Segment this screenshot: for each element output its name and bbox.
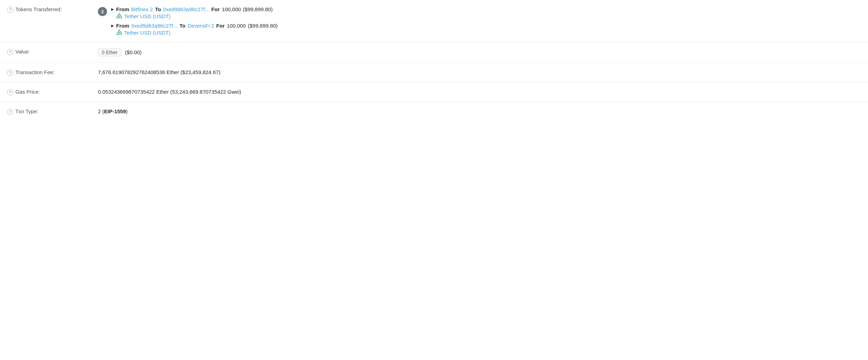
txn-type-end: ) bbox=[126, 108, 128, 114]
transfer-line-1: ▶ From Bitfinex 2 To 0xed9d63a96c27f... … bbox=[111, 6, 278, 12]
token-name-1[interactable]: Tether USD (USDT) bbox=[124, 13, 171, 19]
for-label-1: For bbox=[211, 6, 220, 12]
transfer-line-2: ▶ From 0xed9d63a96c27f... To DeversiFi 2… bbox=[111, 23, 278, 29]
from-label-2: From bbox=[116, 23, 129, 29]
for-amount-2: 100,000 bbox=[227, 23, 246, 29]
transaction-fee-label: ? Transaction Fee: bbox=[0, 63, 91, 82]
transfer-row-1: ▶ From Bitfinex 2 To 0xed9d63a96c27f... … bbox=[111, 6, 278, 19]
for-usd-1: ($99,899.80) bbox=[243, 6, 273, 12]
txn-type-eip: EIP-1559 bbox=[104, 108, 126, 114]
from-value-1[interactable]: Bitfinex 2 bbox=[131, 6, 153, 12]
value-row: ? Value: 0 Ether ($0.00) bbox=[0, 42, 868, 63]
tether-icon-1 bbox=[116, 13, 122, 19]
triangle-icon-2: ▶ bbox=[111, 24, 114, 28]
to-value-1[interactable]: 0xed9d63a96c27f... bbox=[163, 6, 209, 12]
tether-icon-2 bbox=[116, 29, 122, 36]
from-label-1: From bbox=[116, 6, 129, 12]
tokens-transferred-label: ? Tokens Transferred: bbox=[0, 0, 91, 42]
help-icon-tokens[interactable]: ? bbox=[7, 7, 13, 13]
for-amount-1: 100,000 bbox=[222, 6, 241, 12]
help-icon-value[interactable]: ? bbox=[7, 49, 13, 55]
triangle-icon-1: ▶ bbox=[111, 7, 114, 11]
value-usd: ($0.00) bbox=[125, 49, 142, 55]
value-value: 0 Ether ($0.00) bbox=[91, 42, 868, 63]
to-value-2[interactable]: DeversiFi 2 bbox=[188, 23, 214, 29]
value-label: ? Value: bbox=[0, 42, 91, 63]
txn-type-label: ? Txn Type: bbox=[0, 102, 91, 122]
ether-badge: 0 Ether bbox=[98, 49, 121, 56]
gas-price-row: ? Gas Price: 0.053243669870735422 Ether … bbox=[0, 82, 868, 102]
tokens-transferred-row: ? Tokens Transferred: 2 ▶ From Bitfinex … bbox=[0, 0, 868, 42]
help-icon-gas[interactable]: ? bbox=[7, 89, 13, 95]
for-usd-2: ($99,899.80) bbox=[248, 23, 278, 29]
transfers-list: ▶ From Bitfinex 2 To 0xed9d63a96c27f... … bbox=[111, 6, 278, 36]
transaction-fee-value: 7,676.619078292762408538 Ether ($23,459,… bbox=[91, 63, 868, 82]
tokens-transferred-value: 2 ▶ From Bitfinex 2 To 0xed9d63a96c27f..… bbox=[91, 0, 868, 42]
txn-type-number: 2 ( bbox=[98, 108, 104, 114]
token-label-2: Tether USD (USDT) bbox=[116, 29, 278, 36]
transaction-fee-row: ? Transaction Fee: 7,676.619078292762408… bbox=[0, 63, 868, 82]
help-icon-fee[interactable]: ? bbox=[7, 70, 13, 76]
txn-type-row: ? Txn Type: 2 (EIP-1559) bbox=[0, 102, 868, 122]
txn-type-value: 2 (EIP-1559) bbox=[91, 102, 868, 122]
from-value-2[interactable]: 0xed9d63a96c27f... bbox=[131, 23, 178, 29]
transfer-count-badge: 2 bbox=[98, 7, 107, 16]
token-name-2[interactable]: Tether USD (USDT) bbox=[124, 30, 171, 36]
token-label-1: Tether USD (USDT) bbox=[116, 13, 278, 19]
transfer-row-2: ▶ From 0xed9d63a96c27f... To DeversiFi 2… bbox=[111, 23, 278, 36]
gas-price-label: ? Gas Price: bbox=[0, 82, 91, 102]
to-label-2: To bbox=[179, 23, 185, 29]
help-icon-txn[interactable]: ? bbox=[7, 109, 13, 115]
gas-price-value: 0.053243669870735422 Ether (53,243,669.8… bbox=[91, 82, 868, 102]
for-label-2: For bbox=[216, 23, 225, 29]
to-label-1: To bbox=[155, 6, 161, 12]
